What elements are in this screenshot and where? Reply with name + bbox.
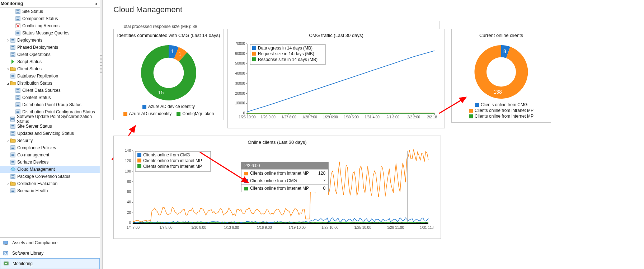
nav-item-content-status[interactable]: Content Status	[0, 94, 100, 101]
nav-item-security[interactable]: ▷Security	[0, 137, 100, 144]
legend-swatch-icon	[469, 114, 473, 118]
svg-rect-42	[11, 134, 14, 134]
nav-item-deployments[interactable]: ▷Deployments	[0, 37, 100, 44]
nav-header[interactable]: Monitoring ◄	[0, 0, 100, 8]
svg-text:Response size in 14 days (MB): Response size in 14 days (MB)	[258, 57, 318, 62]
svg-text:1/30 5:00: 1/30 5:00	[344, 115, 359, 119]
svg-text:Data egress in 14 days (MB): Data egress in 14 days (MB)	[258, 46, 312, 51]
svg-rect-0	[16, 9, 20, 14]
svg-text:1/7 8:00: 1/7 8:00	[159, 226, 173, 230]
svg-rect-149	[137, 164, 141, 168]
splitter[interactable]	[100, 0, 103, 269]
svg-rect-2	[17, 12, 19, 13]
nav-item-updates-and-servicing-status[interactable]: Updates and Servicing Status	[0, 130, 100, 137]
nav-item-label: Client Status	[17, 66, 42, 71]
tree-expander-icon[interactable]: ▷	[6, 38, 10, 42]
svg-rect-32	[17, 111, 19, 112]
nav-item-component-status[interactable]: Component Status	[0, 15, 100, 22]
current-legend: Clients online from CMGClients online fr…	[455, 100, 548, 119]
nav-item-client-status[interactable]: ▷Client Status	[0, 65, 100, 72]
svg-text:Request size in 14 days (MB): Request size in 14 days (MB)	[258, 51, 314, 56]
nav-item-phased-deployments[interactable]: Phased Deployments	[0, 44, 100, 51]
workspace-assets-and-compliance[interactable]: Assets and Compliance	[0, 238, 100, 248]
svg-text:1/4 7:00: 1/4 7:00	[127, 226, 140, 230]
workspace-monitoring[interactable]: Monitoring	[0, 258, 100, 269]
tree-expander-icon[interactable]: ▷	[6, 182, 10, 185]
nav-item-co-management[interactable]: Co-management	[0, 151, 100, 159]
tooltip-swatch-icon	[244, 179, 248, 183]
svg-rect-44	[11, 147, 14, 147]
card-online-clients: Online clients (Last 30 days) 0204060801…	[113, 136, 441, 239]
svg-text:1/31 4:00: 1/31 4:00	[365, 115, 380, 119]
nav-item-compliance-policies[interactable]: Compliance Policies	[0, 144, 100, 151]
nav-item-distribution-point-group-status[interactable]: Distribution Point Group Status	[0, 101, 100, 108]
svg-text:120: 120	[125, 159, 131, 163]
nav-item-collection-evaluation[interactable]: ▷Collection Evaluation	[0, 180, 100, 187]
nav-item-surface-devices[interactable]: Surface Devices	[0, 159, 100, 166]
svg-rect-20	[11, 75, 14, 76]
svg-text:Clients online from intranet M: Clients online from intranet MP	[143, 158, 202, 163]
nav-item-conflicting-records[interactable]: Conflicting Records	[0, 22, 100, 29]
tooltip-swatch-icon	[244, 172, 248, 175]
nav-item-label: Software Update Point Synchronization St…	[17, 114, 98, 124]
svg-text:Clients online from CMG: Clients online from CMG	[143, 152, 190, 157]
nav-item-package-conversion-status[interactable]: Package Conversion Status	[0, 173, 100, 180]
legend-item: ConfigMgr token	[177, 111, 214, 116]
tree-expander-icon[interactable]: ▷	[6, 67, 10, 71]
nav-title: Monitoring	[1, 1, 23, 6]
legend-swatch-icon	[142, 105, 146, 109]
nav-item-database-replication[interactable]: Database Replication	[0, 72, 100, 80]
folder-icon	[10, 181, 16, 187]
svg-text:1/22 10:00: 1/22 10:00	[321, 226, 339, 230]
nav-item-label: Security	[17, 138, 33, 143]
tooltip-value: 7	[312, 177, 328, 185]
nav-item-distribution-status[interactable]: ◢Distribution Status	[0, 80, 100, 87]
svg-rect-53	[11, 175, 14, 176]
svg-rect-51	[11, 162, 14, 163]
deployments-icon	[10, 37, 16, 43]
nav-item-software-update-point-synchronization-status[interactable]: Software Update Point Synchronization St…	[0, 115, 100, 123]
legend-item: Azure AD user identity	[123, 111, 172, 116]
legend-label: Clients online from CMG	[481, 102, 528, 107]
nav-item-scenario-health[interactable]: Scenario Health	[0, 187, 100, 194]
svg-text:1/29 6:00: 1/29 6:00	[323, 115, 338, 119]
script-status-icon	[10, 59, 16, 65]
svg-rect-54	[11, 177, 14, 178]
svg-rect-108	[252, 52, 256, 56]
svg-text:1/27 8:00: 1/27 8:00	[281, 115, 296, 119]
svg-text:1/10 8:00: 1/10 8:00	[191, 226, 206, 230]
nav-item-label: Content Status	[22, 95, 51, 100]
workspace-software-library[interactable]: Software Library	[0, 248, 100, 258]
main-content: Cloud Management Total processed respons…	[103, 0, 644, 269]
svg-text:1/28 7:00: 1/28 7:00	[302, 115, 317, 119]
svg-rect-106	[252, 46, 256, 50]
svg-rect-38	[11, 125, 14, 126]
card-identities: Identities communicated with CMG (Last 1…	[113, 29, 224, 120]
nav-item-client-operations[interactable]: Client Operations	[0, 51, 100, 58]
nav-item-label: Client Operations	[17, 52, 51, 57]
svg-text:1: 1	[179, 51, 182, 57]
svg-text:2/2 18:00: 2/2 18:00	[427, 115, 437, 119]
nav-item-client-data-sources[interactable]: Client Data Sources	[0, 87, 100, 94]
ws-assets-icon	[3, 240, 9, 246]
nav-item-label: Script Status	[17, 59, 42, 64]
nav-item-script-status[interactable]: Script Status	[0, 58, 100, 65]
nav-item-status-message-queries[interactable]: Status Message Queries	[0, 29, 100, 37]
nav-item-site-status[interactable]: Site Status	[0, 8, 100, 15]
nav-item-label: Co-management	[17, 152, 49, 157]
svg-text:2/1 3:00: 2/1 3:00	[386, 115, 400, 119]
card-current-title: Current online clients	[455, 33, 548, 38]
svg-text:1/16 9:00: 1/16 9:00	[257, 226, 272, 230]
ws-software-icon	[3, 250, 9, 256]
svg-rect-31	[16, 110, 20, 114]
tree-expander-icon[interactable]: ◢	[6, 81, 10, 85]
svg-rect-21	[11, 76, 14, 77]
collapse-chevron-icon[interactable]: ◄	[94, 2, 98, 6]
svg-text:1/28 11:00: 1/28 11:00	[387, 226, 404, 230]
svg-text:140: 140	[125, 148, 131, 152]
nav-item-cloud-management[interactable]: Cloud Management	[0, 166, 100, 173]
tree-expander-icon[interactable]: ▷	[6, 139, 10, 142]
nav-item-label: Updates and Servicing Status	[17, 131, 74, 136]
legend-item: Clients online from internet MP	[469, 114, 533, 119]
svg-rect-34	[10, 117, 15, 121]
